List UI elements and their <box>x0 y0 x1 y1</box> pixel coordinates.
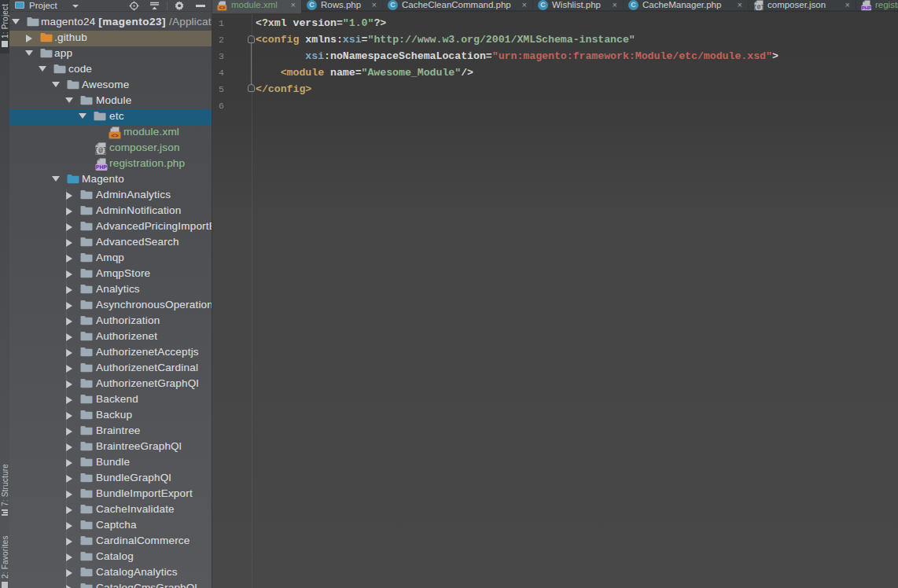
svg-text:<>: <> <box>111 132 119 139</box>
svg-text:{@}: {@} <box>754 3 764 10</box>
svg-text:PHP: PHP <box>96 164 108 170</box>
svg-text:{@}: {@} <box>95 146 106 155</box>
svg-text:PHP: PHP <box>862 6 871 10</box>
svg-text:<>: <> <box>219 6 226 11</box>
